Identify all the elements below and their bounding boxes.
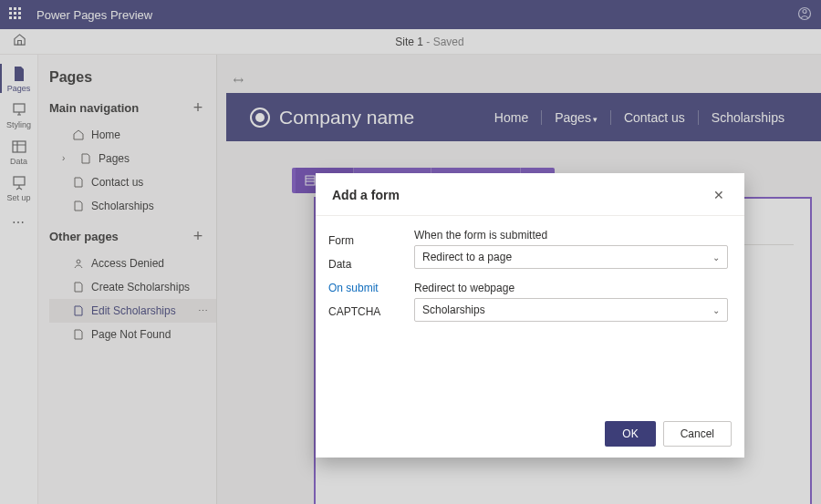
field2-select[interactable]: Scholarships ⌄ [414,298,728,322]
dlg-tab-form[interactable]: Form [328,229,407,252]
dialog-form: When the form is submitted Redirect to a… [407,216,744,412]
field1-label: When the form is submitted [414,229,728,242]
close-icon[interactable]: ✕ [710,186,728,204]
dialog-tabs: Form Data On submit CAPTCHA [316,216,407,412]
ok-button[interactable]: OK [605,421,655,447]
field2-label: Redirect to webpage [414,282,728,294]
dlg-tab-captcha[interactable]: CAPTCHA [328,300,407,324]
dlg-tab-onsubmit[interactable]: On submit [328,276,407,300]
field1-value: Redirect to a page [422,251,512,263]
dialog-title: Add a form [332,188,400,202]
field1-select[interactable]: Redirect to a page ⌄ [414,245,728,269]
field2-value: Scholarships [422,303,485,316]
chevron-down-icon: ⌄ [712,305,720,315]
dlg-tab-data[interactable]: Data [328,252,407,276]
cancel-button[interactable]: Cancel [663,421,732,447]
add-form-dialog: Add a form ✕ Form Data On submit CAPTCHA… [316,173,744,458]
chevron-down-icon: ⌄ [712,252,720,262]
